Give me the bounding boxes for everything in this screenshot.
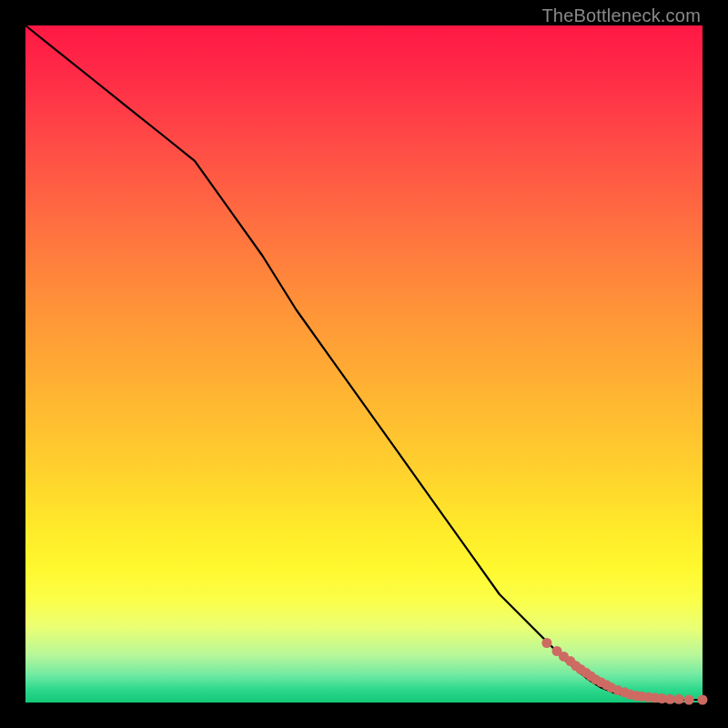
chart-frame: TheBottleneck.com xyxy=(0,0,728,728)
svg-point-23 xyxy=(698,695,708,705)
curve-line xyxy=(25,25,703,700)
chart-overlay xyxy=(0,0,728,728)
svg-point-21 xyxy=(674,694,684,704)
svg-point-22 xyxy=(684,695,694,705)
svg-point-20 xyxy=(665,694,675,704)
scatter-points xyxy=(541,638,707,705)
svg-point-0 xyxy=(541,638,551,648)
